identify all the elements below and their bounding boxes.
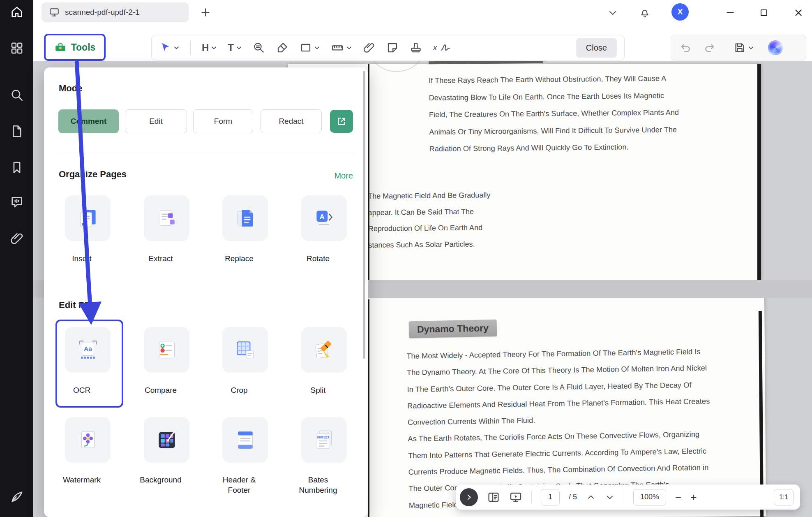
new-tab-button[interactable] xyxy=(198,5,213,20)
page-total: / 5 xyxy=(569,493,577,501)
mode-form-button[interactable]: Form xyxy=(193,109,253,133)
panel-scrollbar[interactable] xyxy=(363,71,365,359)
organize-pages-header: Organize Pages xyxy=(59,169,127,180)
shape-tool[interactable] xyxy=(300,42,320,54)
page1-scan-edge xyxy=(757,64,761,280)
more-link[interactable]: More xyxy=(334,171,353,181)
tile-extract[interactable] xyxy=(144,195,189,241)
chevron-down-icon[interactable] xyxy=(236,45,242,51)
search-icon[interactable] xyxy=(0,88,33,102)
zoom-level[interactable]: 100% xyxy=(633,489,666,505)
tile-label-watermark[interactable]: Watermark xyxy=(53,475,111,485)
crop-icon xyxy=(233,338,257,362)
text-tool[interactable]: T xyxy=(228,43,242,53)
tile-label-rotate[interactable]: Rotate xyxy=(289,253,347,264)
main-toolbar: Tools H T xyxy=(33,25,812,61)
tools-button[interactable]: Tools xyxy=(44,34,106,61)
tile-crop[interactable] xyxy=(222,327,268,373)
tile-replace[interactable] xyxy=(222,195,268,241)
actual-size-button[interactable]: 1:1 xyxy=(774,489,794,505)
tile-label-header-footer[interactable]: Header & Footer xyxy=(210,475,268,495)
tools-panel: Mode Comment Edit Form Redact Organize P… xyxy=(44,67,368,517)
mode-comment-button[interactable]: Comment xyxy=(58,109,119,133)
minimize-button[interactable] xyxy=(722,5,738,21)
chevron-down-icon[interactable] xyxy=(211,45,217,51)
zoom-out-button[interactable]: − xyxy=(675,492,681,503)
save-tool[interactable] xyxy=(734,42,754,54)
attach-file-tool[interactable] xyxy=(363,42,375,54)
chevron-down-icon[interactable] xyxy=(174,45,179,51)
pen-annotate-tool[interactable] xyxy=(276,42,288,54)
comments-icon[interactable] xyxy=(0,195,33,209)
pen-tool-icon[interactable] xyxy=(0,489,33,504)
notifications-bell-icon[interactable] xyxy=(637,5,653,21)
tile-label-background[interactable]: Background xyxy=(132,475,189,485)
apps-grid-icon[interactable] xyxy=(0,41,33,55)
tile-label-replace[interactable]: Replace xyxy=(210,253,268,264)
presentation-view-icon[interactable] xyxy=(509,491,522,504)
tile-split[interactable] xyxy=(301,327,347,373)
previous-page-button[interactable] xyxy=(586,492,596,502)
redo-icon[interactable] xyxy=(703,41,716,54)
tile-label-split[interactable]: Split xyxy=(289,385,347,395)
mode-edit-button[interactable]: Edit xyxy=(125,109,187,133)
home-icon[interactable] xyxy=(0,5,33,19)
doc-line: appear. It Can Be Said That The xyxy=(368,204,491,221)
ocr-icon: Aa xyxy=(76,338,100,362)
bookmark-icon[interactable] xyxy=(0,160,33,174)
tile-insert[interactable] xyxy=(65,195,111,241)
expand-pager-button[interactable] xyxy=(460,488,478,506)
tile-label-compare[interactable]: Compare xyxy=(132,385,189,395)
tile-compare[interactable] xyxy=(144,327,189,373)
ruler-icon xyxy=(331,41,344,54)
maximize-button[interactable] xyxy=(756,5,772,21)
tile-watermark[interactable] xyxy=(65,417,111,463)
note-search-tool[interactable] xyxy=(253,42,265,54)
tile-background[interactable] xyxy=(144,417,189,463)
rotate-icon: A xyxy=(312,206,336,230)
next-page-button[interactable] xyxy=(605,492,615,502)
tile-ocr[interactable]: Aa xyxy=(65,327,111,373)
close-window-button[interactable] xyxy=(791,5,806,21)
tile-label-bates-numbering[interactable]: Bates Numbering xyxy=(289,475,347,495)
zoom-in-button[interactable]: + xyxy=(690,492,697,503)
tile-label-extract[interactable]: Extract xyxy=(132,253,189,264)
chevron-down-icon[interactable] xyxy=(748,45,754,51)
measure-tool[interactable] xyxy=(331,41,352,54)
ocr-letters: Aa xyxy=(84,345,92,352)
tile-label-crop[interactable]: Crop xyxy=(210,385,268,395)
sticker-tool[interactable] xyxy=(386,42,399,54)
tile-rotate[interactable]: A xyxy=(301,195,347,241)
open-in-new-mode-button[interactable] xyxy=(330,110,353,133)
pages-icon[interactable] xyxy=(0,124,33,138)
select-tool[interactable] xyxy=(159,42,179,54)
doc-line: Animals Or Tiny Microorganisms, Will Fin… xyxy=(429,121,679,141)
close-tools-button[interactable]: Close xyxy=(576,38,617,58)
mode-section-header: Mode xyxy=(59,83,82,94)
text-icon: T xyxy=(228,43,234,53)
app-window: If These Rays Reach The Earth Without Ob… xyxy=(0,0,812,517)
highlight-tool[interactable]: H xyxy=(202,43,217,53)
mode-redact-button[interactable]: Redact xyxy=(261,109,322,133)
tile-label-ocr[interactable]: OCR xyxy=(53,385,111,395)
stamp-tool[interactable] xyxy=(410,42,422,54)
tile-label-insert[interactable]: Insert xyxy=(53,253,111,264)
page2-left-scan-edge xyxy=(368,299,369,517)
chevron-down-icon[interactable] xyxy=(346,45,352,51)
tile-header-footer[interactable] xyxy=(222,417,268,463)
eraser-pen-icon xyxy=(276,42,288,54)
thumbnail-view-icon[interactable] xyxy=(487,491,500,504)
doc-line: Reproduction Of Life On Earth And xyxy=(368,220,491,237)
history-toolbar xyxy=(671,35,806,60)
monitor-icon xyxy=(49,7,60,18)
page-number-input[interactable] xyxy=(541,489,560,505)
document-tab[interactable]: scanned-pdf-updf-2-1 xyxy=(42,2,189,22)
user-avatar[interactable]: X xyxy=(671,3,689,21)
tile-bates-numbering[interactable]: 000123 xyxy=(301,417,347,463)
tab-list-chevron[interactable] xyxy=(605,5,621,21)
attachments-icon[interactable] xyxy=(0,232,33,246)
signature-tool[interactable]: x xyxy=(433,42,451,53)
undo-icon[interactable] xyxy=(679,41,692,54)
chevron-down-icon[interactable] xyxy=(314,45,320,51)
ai-assistant-icon[interactable] xyxy=(768,40,783,55)
